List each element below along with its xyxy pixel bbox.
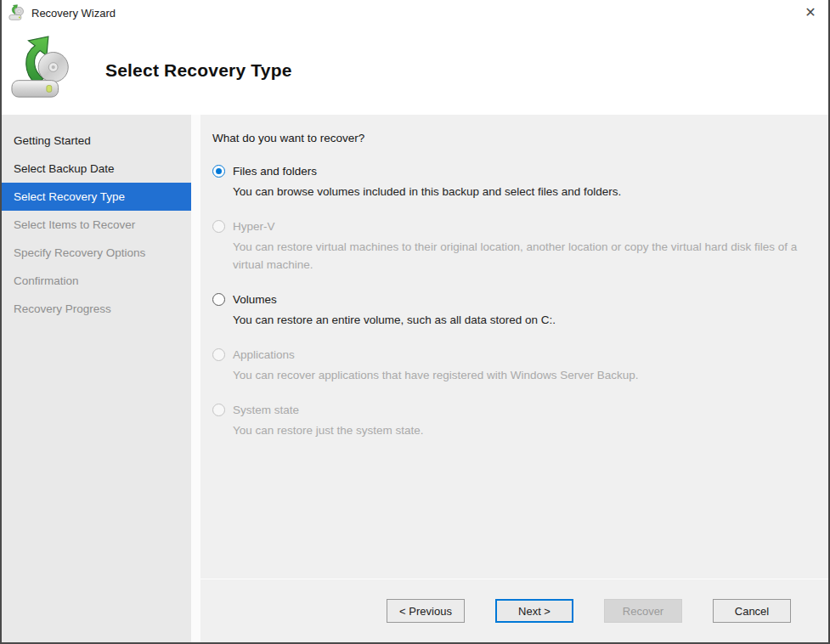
- recovery-wizard-window-icon: [8, 4, 25, 21]
- sidebar-item-select-recovery-type[interactable]: Select Recovery Type: [2, 183, 191, 211]
- recover-button: Recover: [604, 599, 682, 623]
- option-system-state: System state You can restore just the sy…: [212, 404, 805, 440]
- close-icon: ✕: [805, 5, 816, 20]
- radio-files-and-folders[interactable]: [212, 165, 225, 178]
- cancel-button[interactable]: Cancel: [713, 599, 791, 623]
- option-label: Applications: [233, 348, 295, 361]
- option-description: You can restore just the system state.: [233, 422, 805, 440]
- radio-system-state: [212, 404, 225, 416]
- page-title: Select Recovery Type: [105, 60, 292, 81]
- sidebar-item-select-items-to-recover: Select Items to Recover: [2, 211, 191, 239]
- option-applications: Applications You can recover application…: [212, 348, 805, 385]
- sidebar-item-specify-recovery-options: Specify Recovery Options: [2, 239, 191, 267]
- recovery-type-panel: What do you want to recover? Files and f…: [200, 115, 828, 579]
- option-description: You can browse volumes included in this …: [233, 184, 805, 201]
- recovery-question-label: What do you want to recover?: [212, 132, 805, 144]
- option-description: You can restore virtual machines to thei…: [233, 239, 805, 274]
- option-label[interactable]: Files and folders: [233, 165, 317, 178]
- option-hyper-v: Hyper-V You can restore virtual machines…: [212, 220, 805, 274]
- close-button[interactable]: ✕: [793, 0, 828, 25]
- option-label[interactable]: Volumes: [233, 293, 277, 306]
- next-button[interactable]: Next >: [495, 599, 573, 623]
- window-title: Recovery Wizard: [31, 7, 116, 20]
- option-label: System state: [233, 404, 299, 416]
- option-files-and-folders: Files and folders You can browse volumes…: [212, 165, 805, 201]
- wizard-footer: < Previous Next > Recover Cancel: [200, 579, 828, 642]
- option-label: Hyper-V: [233, 220, 275, 233]
- option-description: You can restore an entire volume, such a…: [233, 312, 805, 330]
- option-volumes: Volumes You can restore an entire volume…: [212, 293, 805, 330]
- sidebar-item-confirmation: Confirmation: [2, 267, 191, 295]
- wizard-body: Getting Started Select Backup Date Selec…: [2, 115, 828, 642]
- wizard-steps-sidebar: Getting Started Select Backup Date Selec…: [2, 115, 191, 642]
- previous-button[interactable]: < Previous: [387, 599, 465, 623]
- radio-volumes[interactable]: [212, 293, 225, 306]
- title-bar: Recovery Wizard ✕: [2, 0, 828, 25]
- radio-applications: [212, 348, 225, 361]
- sidebar-item-getting-started[interactable]: Getting Started: [2, 127, 191, 155]
- recovery-wizard-window: Recovery Wizard ✕ Select Reco: [0, 0, 830, 644]
- sidebar-content-divider: [191, 115, 200, 642]
- wizard-right-column: What do you want to recover? Files and f…: [200, 115, 828, 642]
- option-description: You can recover applications that have r…: [233, 367, 805, 385]
- backup-recovery-disk-icon: [10, 33, 76, 105]
- sidebar-item-recovery-progress: Recovery Progress: [2, 295, 191, 323]
- wizard-header: Select Recovery Type: [2, 25, 828, 115]
- sidebar-item-select-backup-date[interactable]: Select Backup Date: [2, 155, 191, 183]
- radio-hyper-v: [212, 220, 225, 233]
